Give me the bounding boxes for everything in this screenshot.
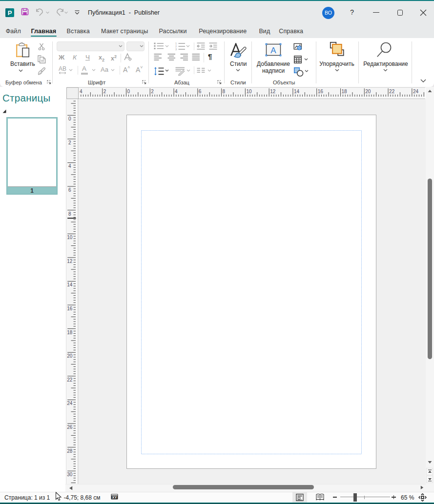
- svg-text:P: P: [8, 9, 12, 17]
- svg-text:30: 30: [67, 472, 73, 477]
- svg-text:8: 8: [223, 89, 226, 94]
- svg-text:3: 3: [175, 48, 177, 50]
- svg-text:12: 12: [270, 89, 276, 94]
- svg-text:18: 18: [67, 330, 73, 335]
- svg-text:8: 8: [68, 211, 71, 217]
- svg-text:0: 0: [127, 89, 130, 94]
- svg-text:АВ: АВ: [59, 66, 66, 72]
- svg-text:12: 12: [67, 259, 73, 264]
- svg-text:16: 16: [67, 306, 73, 311]
- svg-text:XY: XY: [112, 495, 117, 500]
- svg-text:24: 24: [413, 89, 419, 94]
- svg-text:20: 20: [365, 89, 371, 94]
- svg-text:22: 22: [67, 377, 73, 383]
- svg-text:4: 4: [175, 89, 178, 94]
- svg-text:26: 26: [67, 424, 73, 430]
- svg-text:4: 4: [80, 89, 83, 94]
- svg-text:6: 6: [199, 89, 202, 94]
- svg-text:10: 10: [246, 89, 252, 94]
- svg-text:0: 0: [68, 116, 71, 121]
- svg-text:2: 2: [151, 89, 154, 94]
- svg-text:4: 4: [68, 163, 71, 169]
- svg-text:А: А: [270, 46, 276, 55]
- svg-text:22: 22: [389, 89, 395, 94]
- svg-text:24: 24: [67, 401, 73, 406]
- svg-text:2: 2: [103, 89, 106, 94]
- svg-text:2: 2: [68, 140, 71, 145]
- svg-text:10: 10: [67, 235, 73, 240]
- svg-text:20: 20: [67, 353, 73, 359]
- svg-text:14: 14: [67, 282, 73, 287]
- svg-text:16: 16: [318, 89, 324, 94]
- svg-text:14: 14: [294, 89, 300, 94]
- svg-text:18: 18: [342, 89, 348, 94]
- svg-text:28: 28: [67, 448, 73, 454]
- svg-text:6: 6: [68, 187, 71, 193]
